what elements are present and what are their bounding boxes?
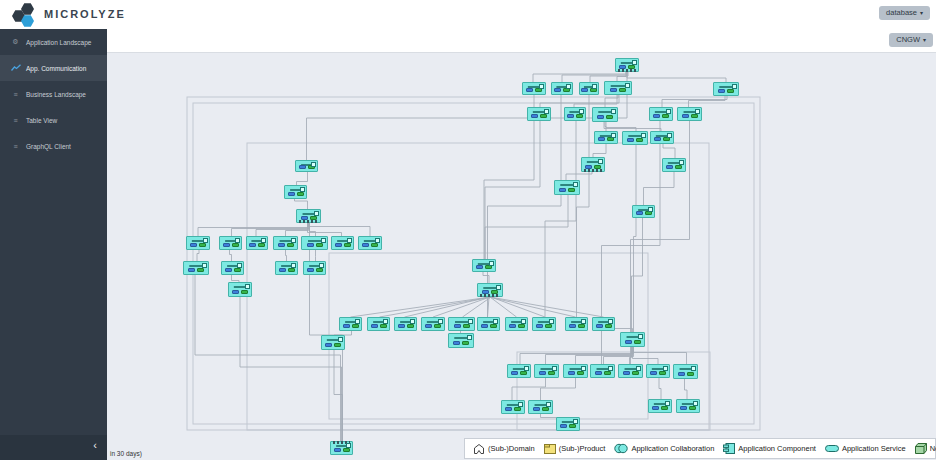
app-node[interactable]	[565, 317, 588, 331]
scenario-dropdown-button[interactable]: CNGW▾	[889, 33, 933, 47]
interface-chip-green	[632, 371, 639, 375]
app-node[interactable]	[221, 261, 244, 275]
app-node[interactable]	[646, 364, 670, 378]
interface-chip-green	[316, 268, 323, 272]
interface-chips	[654, 137, 670, 141]
interface-chips	[636, 211, 652, 215]
interface-chips	[596, 324, 612, 328]
app-node[interactable]	[472, 259, 496, 272]
app-node[interactable]	[648, 399, 672, 413]
app-node[interactable]	[507, 364, 531, 378]
app-node[interactable]	[622, 131, 648, 145]
app-node[interactable]	[421, 317, 445, 331]
app-node[interactable]	[590, 364, 615, 378]
app-node[interactable]	[331, 236, 354, 250]
edge-line	[351, 297, 491, 317]
interface-chips	[653, 114, 669, 118]
database-dropdown-button[interactable]: database▾	[879, 6, 930, 20]
app-node[interactable]	[303, 261, 326, 275]
sidebar-item-table-view[interactable]: ≡ Table View	[0, 107, 107, 133]
interface-chip-green	[578, 324, 585, 328]
app-node[interactable]	[527, 107, 551, 121]
interface-chips	[343, 324, 359, 328]
app-node[interactable]	[528, 400, 553, 414]
app-node[interactable]	[662, 158, 686, 172]
app-node[interactable]	[592, 317, 615, 331]
edge-line	[593, 144, 606, 157]
app-node[interactable]	[219, 236, 242, 250]
app-node[interactable]	[448, 317, 475, 331]
app-node[interactable]	[394, 317, 417, 331]
app-node[interactable]	[358, 236, 382, 250]
app-node[interactable]	[228, 282, 252, 297]
interface-chip-green	[343, 448, 350, 452]
app-node[interactable]	[246, 236, 268, 250]
app-node[interactable]	[632, 205, 655, 218]
app-node[interactable]	[477, 283, 503, 297]
sidebar-collapse-button[interactable]: ‹	[93, 439, 97, 451]
sidebar-item-graphql-client[interactable]: ≡ GraphQL Client	[0, 133, 107, 159]
interface-chips	[454, 324, 470, 328]
app-node[interactable]	[592, 107, 618, 122]
app-node[interactable]	[604, 81, 632, 95]
app-node[interactable]	[677, 107, 702, 121]
app-node[interactable]	[554, 180, 580, 195]
app-node[interactable]	[367, 317, 390, 331]
edge-line	[577, 95, 590, 317]
app-node[interactable]	[618, 364, 643, 378]
app-node[interactable]	[522, 82, 546, 95]
app-node[interactable]	[649, 107, 673, 121]
sidebar-item-label: App. Communication	[26, 65, 86, 72]
app-node[interactable]	[563, 364, 588, 378]
interface-chip-green	[634, 340, 641, 344]
interface-chips	[476, 265, 492, 269]
app-node[interactable]	[581, 157, 605, 172]
app-node[interactable]	[330, 441, 353, 455]
app-node[interactable]	[650, 131, 674, 144]
app-node[interactable]	[676, 399, 700, 413]
interface-chip-blue	[666, 165, 673, 169]
interface-chips	[625, 340, 641, 344]
app-node[interactable]	[556, 417, 580, 431]
app-node[interactable]	[321, 335, 345, 350]
app-node[interactable]	[551, 82, 573, 95]
app-node[interactable]	[183, 261, 209, 275]
app-node[interactable]	[534, 364, 559, 378]
list-icon: ≡	[10, 91, 21, 98]
app-node[interactable]	[273, 236, 298, 250]
app-node[interactable]	[564, 107, 586, 121]
sidebar-item-business-landscape[interactable]: ≡ Business Landscape	[0, 81, 107, 107]
sidebar-item-app-communication[interactable]: App. Communication	[0, 55, 107, 81]
interface-chips	[249, 243, 265, 247]
app-node[interactable]	[186, 236, 210, 250]
app-node[interactable]	[505, 317, 528, 331]
interface-chip-blue	[454, 324, 461, 328]
app-node[interactable]	[713, 82, 739, 96]
app-node[interactable]	[501, 400, 525, 414]
interface-chip-blue	[559, 188, 566, 192]
app-node[interactable]	[532, 317, 556, 331]
app-node[interactable]	[339, 317, 362, 331]
domain-icon	[473, 443, 485, 455]
interface-chip-blue	[188, 268, 195, 272]
interface-chip-blue	[653, 114, 660, 118]
gear-icon: ⚙	[10, 38, 21, 46]
app-node[interactable]	[275, 261, 298, 275]
interface-chips	[225, 268, 241, 272]
edge-line	[606, 122, 636, 131]
sidebar-item-application-landscape[interactable]: ⚙ Application Landscape	[0, 29, 107, 55]
app-node[interactable]	[301, 236, 328, 250]
app-node[interactable]	[673, 364, 698, 379]
edge-line	[663, 144, 675, 158]
app-node[interactable]	[620, 332, 645, 347]
diagram-canvas[interactable]: in 30 days)	[107, 52, 936, 460]
app-node[interactable]	[296, 209, 321, 223]
app-node[interactable]	[594, 131, 618, 144]
app-node[interactable]	[615, 58, 639, 72]
app-node[interactable]	[477, 317, 500, 331]
app-node[interactable]	[448, 333, 474, 348]
app-node[interactable]	[284, 185, 307, 199]
app-node[interactable]	[579, 82, 599, 95]
app-node[interactable]	[295, 160, 318, 172]
edge-line	[286, 250, 287, 261]
